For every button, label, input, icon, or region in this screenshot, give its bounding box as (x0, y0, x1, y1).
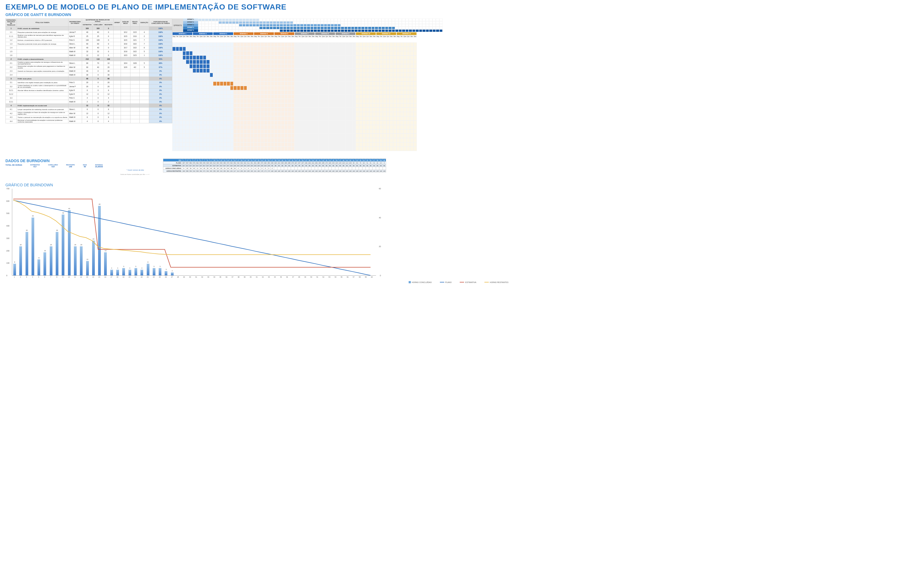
chart-legend: HORAS CONCLUÍDAS PLANO ESTIMATIVA HORAS … (5, 281, 912, 283)
gantt-row (172, 86, 912, 90)
burndown-grid-wrap: DIA1234567891011121314151617181920212223… (163, 158, 386, 175)
legend-plano-label: PLANO (445, 281, 452, 283)
th-wbs: ESTRUTURA ANALÍTICA DE TRABALHO (6, 19, 17, 27)
week-header-cell: SEMANA 4 (233, 32, 254, 35)
task-row: 4FASE: implementação em escala total3203… (6, 104, 172, 108)
gantt-area: SPRINTSSPRINT 1SPRINT 2SPRINT 3SPRINT 4S… (172, 18, 912, 151)
sprint-label: SPRINT 5 (183, 29, 198, 32)
gantt-row (172, 112, 912, 116)
gantt-row (172, 95, 912, 99)
task-row: 2.3Garantir as licenças e aprovações nec… (6, 69, 172, 73)
gantt-row (172, 42, 912, 47)
gantt-row (172, 90, 912, 95)
gantt-row (172, 116, 912, 121)
val-days: 60 (83, 166, 87, 168)
burndown-title: DADOS DE BURNDOWN (5, 158, 152, 163)
sprint-label: SPRINT 4 (183, 27, 198, 29)
task-row: 4.1Lançar campanhas de marketing visando… (6, 108, 172, 111)
gantt-row (172, 138, 912, 142)
week-header-cell: SEMANA 8 (315, 32, 335, 35)
task-row: 3FASE: teste piloto660660% (6, 77, 172, 81)
gantt-row (172, 47, 912, 51)
legend-bars: HORAS CONCLUÍDAS (409, 281, 432, 283)
gantt-row (172, 64, 912, 68)
total-hours-label: TOTAL DE HORAS (5, 164, 22, 168)
task-row: 1.6Malik M121203/233/231100% (6, 53, 172, 57)
task-row: 1.1Pesquisar potenciais locais para esta… (6, 31, 172, 34)
gantt-row (172, 68, 912, 73)
sprint-label: SPRINT 3 (183, 24, 198, 27)
task-row: 1.5Malik M323203/183/225100% (6, 50, 172, 53)
task-row: 4.3Treinar o pessoal na manutenção da es… (6, 115, 172, 119)
week-header-cell: SEMANA 2 (192, 32, 213, 35)
val-est: 617 (30, 166, 40, 168)
task-table: ESTRUTURA ANALÍTICA DE TRABALHO TÍTULO D… (5, 18, 172, 123)
val-rest: 198 (66, 166, 75, 168)
week-header-cell: SEMANA 6 (274, 32, 294, 35)
th-est: ESTIMATIVA (82, 23, 93, 27)
gantt-row (172, 125, 912, 129)
th-dur: DURAÇÃO (140, 19, 149, 27)
th-title: TÍTULO DA TAREFA (16, 19, 68, 27)
th-pct: PORCENTAGEM DE CONCLUSÃO DA TAREFA (149, 19, 172, 27)
th-workgroup: QUANTIDADE DE TRABALHO EM HORAS (82, 19, 113, 23)
task-row: 3.3.1Malik M2020% (6, 100, 172, 104)
week-header-cell: SEMANA 12 (396, 32, 417, 35)
legend-restantes: HORAS RESTANTES (484, 281, 508, 283)
insert-hours-note: Insira as horas concluídas por dia ——> (5, 174, 152, 175)
task-row: 3.1Identificar uma região limitada para … (6, 81, 172, 84)
legend-estimativa-label: ESTIMATIVA (465, 281, 476, 283)
th-start: DATA DE INÍCIO (121, 19, 130, 27)
val-done: 419 (48, 166, 58, 168)
page-title: EXEMPLO DE MODELO DE PLANO DE IMPLEMENTA… (5, 3, 912, 11)
legend-bars-label: HORAS CONCLUÍDAS (412, 281, 432, 283)
task-row: 3.3Pete S4040% (6, 96, 172, 100)
burndown-chart: 8203040111620304245202010244816445454855… (12, 189, 376, 276)
gantt-row (172, 81, 912, 86)
task-row: 2.4Malik M300300% (6, 73, 172, 77)
week-header-cell: SEMANA 1 (172, 32, 192, 35)
th-rest: RESTANTE (104, 23, 113, 27)
gantt-row (172, 73, 912, 77)
th-sprint: SPRINT (113, 19, 121, 27)
gantt-row (172, 103, 912, 108)
task-row: 1.2Estimar o investimento inicial e o RO… (6, 38, 172, 42)
gantt-row (172, 99, 912, 103)
th-end: PRAZO FINAL (130, 19, 139, 27)
legend-plano: PLANO (440, 281, 452, 283)
legend-restantes-label: HORAS RESTANTES (490, 281, 508, 283)
gantt-row (172, 134, 912, 138)
sprint-label: SPRINT 1 (183, 18, 198, 21)
gantt-row (172, 147, 912, 151)
burndown-grid: DIA1234567891011121314151617181920212223… (163, 158, 386, 173)
sprint-label: SPRINT 2 (183, 21, 198, 24)
task-row: 1FASE: estudo de viabilidade3093090100% (6, 27, 172, 31)
legend-estimativa: ESTIMATIVA (460, 281, 476, 283)
week-header-cell: SEMANA 10 (356, 32, 376, 35)
burndown-summary: DADOS DE BURNDOWN TOTAL DE HORAS ESTIMAT… (5, 158, 152, 175)
gantt-row (172, 108, 912, 112)
week-header-cell: SEMANA 9 (335, 32, 356, 35)
gantt-row (172, 55, 912, 60)
chart-title: GRÁFICO DE BURNDOWN (5, 183, 912, 187)
task-row: 4.2Iniciar a instalação em fases de esta… (6, 111, 172, 115)
task-row: 2.1Finalizar projetos para estações de r… (6, 61, 172, 65)
val-estday: 10,28333 (95, 166, 103, 168)
task-row: 3.2.1Abordar falhas técnicas e desafios … (6, 89, 172, 92)
task-table-container: ESTRUTURA ANALÍTICA DE TRABALHO TÍTULO D… (5, 18, 172, 151)
task-row: 4.4Monitorar a funcionalidade da estação… (6, 119, 172, 123)
sprints-label: SPRINTS (172, 18, 183, 32)
task-row: 2.2Desenvolver soluções de software para… (6, 65, 172, 69)
gantt-row (172, 129, 912, 134)
task-row: 3.2.2Kylie R120120% (6, 92, 172, 96)
task-row: 1.4Allen W404003/173/226100% (6, 46, 172, 50)
week-header-cell: SEMANA 11 (376, 32, 396, 35)
task-row: 2FASE: criação e desenvolvimento21011010… (6, 57, 172, 61)
gantt-row (172, 60, 912, 64)
gantt-subtitle: GRÁFICO DE GANTT E BURNDOWN (5, 13, 912, 17)
task-row: 1.1.1Realizar uma análise de mercado par… (6, 34, 172, 38)
gantt-row (172, 77, 912, 81)
th-done: CONCLUÍDO (93, 23, 104, 27)
gantt-row (172, 142, 912, 147)
task-row: 1.3Pesquisar potenciais locais para esta… (6, 42, 172, 46)
